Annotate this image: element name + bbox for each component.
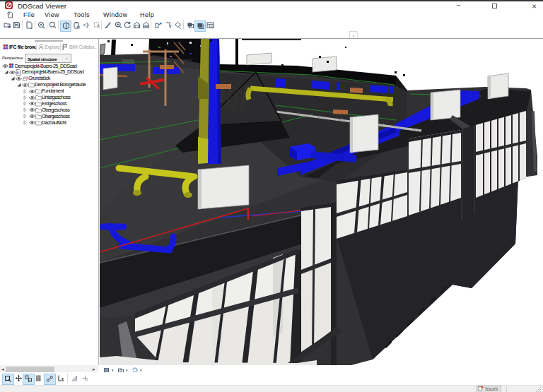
svg-text:GL: GL bbox=[210, 25, 214, 28]
